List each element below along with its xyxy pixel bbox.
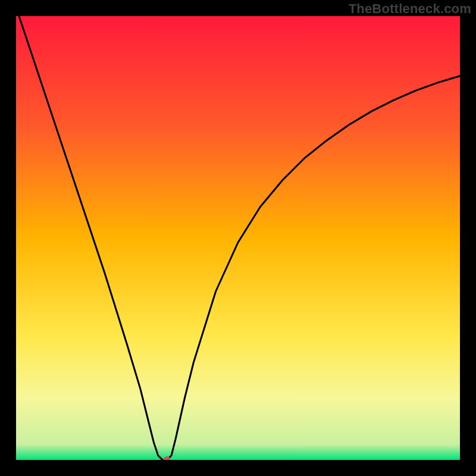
chart-frame: TheBottleneck.com	[0, 0, 476, 476]
gradient-background	[16, 16, 460, 460]
watermark-label: TheBottleneck.com	[349, 1, 471, 17]
plot-area	[16, 16, 460, 460]
chart-svg	[16, 16, 460, 460]
